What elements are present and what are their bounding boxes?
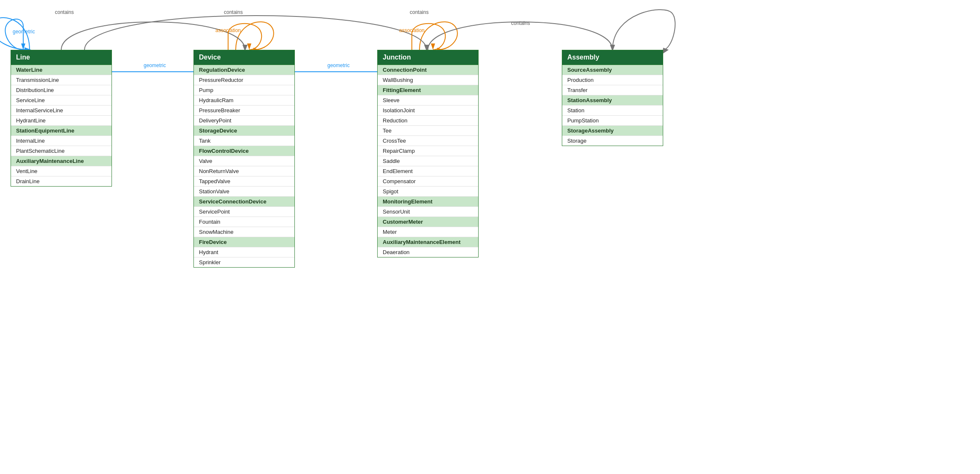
junction-row-18: Deaeration [378, 247, 478, 257]
line-row-5: HydrantLine [11, 116, 112, 126]
assembly-row-6: StorageAssembly [562, 126, 663, 136]
line-header: Line [11, 50, 112, 65]
device-row-19: Sprinkler [194, 257, 294, 267]
contains-label-3: contains [410, 9, 429, 15]
line-row-10: VentLine [11, 166, 112, 176]
junction-row-11: Compensator [378, 176, 478, 187]
assembly-row-1: Production [562, 75, 663, 85]
device-row-12: StationValve [194, 187, 294, 197]
svg-marker-10 [247, 43, 251, 50]
contains-label-1: contains [55, 9, 74, 15]
svg-marker-11 [431, 43, 435, 50]
junction-row-15: CustomerMeter [378, 217, 478, 227]
svg-marker-9 [21, 43, 25, 50]
junction-row-8: RepairClamp [378, 146, 478, 156]
junction-row-0: ConnectionPoint [378, 65, 478, 75]
svg-marker-8 [662, 48, 669, 54]
device-row-4: PressureBreaker [194, 106, 294, 116]
junction-row-14: SensorUnit [378, 207, 478, 217]
device-row-1: PressureReductor [194, 75, 294, 85]
device-row-7: Tank [194, 136, 294, 146]
device-row-0: RegulationDevice [194, 65, 294, 75]
device-row-11: TappedValve [194, 176, 294, 187]
arrows-svg [0, 0, 980, 474]
device-row-16: SnowMachine [194, 227, 294, 237]
device-class: Device RegulationDevice PressureReductor… [193, 50, 295, 268]
device-row-8: FlowControlDevice [194, 146, 294, 156]
junction-row-12: Spigot [378, 187, 478, 197]
device-row-13: ServiceConnectionDevice [194, 197, 294, 207]
assembly-row-5: PumpStation [562, 116, 663, 126]
device-row-15: Fountain [194, 217, 294, 227]
junction-row-4: IsolationJoint [378, 106, 478, 116]
geometric-label-line-device: geometric [144, 62, 166, 68]
assembly-row-2: Transfer [562, 85, 663, 95]
device-row-9: Valve [194, 156, 294, 166]
assembly-class: Assembly SourceAssembly Production Trans… [562, 50, 663, 146]
assembly-row-3: StationAssembly [562, 95, 663, 106]
junction-row-16: Meter [378, 227, 478, 237]
assembly-header: Assembly [562, 50, 663, 65]
assembly-row-7: Storage [562, 136, 663, 146]
device-header: Device [194, 50, 294, 65]
line-row-3: ServiceLine [11, 95, 112, 106]
device-row-17: FireDevice [194, 237, 294, 247]
device-row-2: Pump [194, 85, 294, 95]
device-row-10: NonReturnValve [194, 166, 294, 176]
device-row-18: Hydrant [194, 247, 294, 257]
line-row-9: AuxiliaryMaintenanceLine [11, 156, 112, 166]
junction-row-17: AuxiliaryMaintenanceElement [378, 237, 478, 247]
junction-header: Junction [378, 50, 478, 65]
contains-label-2: contains [224, 9, 243, 15]
association-label-device: association [215, 27, 241, 33]
junction-row-5: Reduction [378, 116, 478, 126]
device-row-3: HydraulicRam [194, 95, 294, 106]
diagram-container: geometric contains association contains … [0, 0, 980, 474]
junction-row-9: Saddle [378, 156, 478, 166]
device-row-6: StorageDevice [194, 126, 294, 136]
geometric-label-device-junction: geometric [327, 62, 350, 68]
assembly-row-4: Station [562, 106, 663, 116]
association-label-junction: association [399, 27, 425, 33]
line-row-6: StationEquipmentLine [11, 126, 112, 136]
line-row-2: DistributionLine [11, 85, 112, 95]
device-row-5: DeliveryPoint [194, 116, 294, 126]
line-row-11: DrainLine [11, 176, 112, 186]
junction-class: Junction ConnectionPoint WallBushing Fit… [377, 50, 479, 257]
line-row-1: TransmissionLine [11, 75, 112, 85]
junction-row-13: MonitoringElement [378, 197, 478, 207]
device-row-14: ServicePoint [194, 207, 294, 217]
line-row-8: PlantSchematicLine [11, 146, 112, 156]
junction-row-7: CrossTee [378, 136, 478, 146]
contains-label-4: contains [511, 20, 530, 26]
junction-row-10: EndElement [378, 166, 478, 176]
line-row-0: WaterLine [11, 65, 112, 75]
assembly-row-0: SourceAssembly [562, 65, 663, 75]
geometric-label-line: geometric [13, 29, 35, 35]
line-row-4: InternalServiceLine [11, 106, 112, 116]
junction-row-6: Tee [378, 126, 478, 136]
junction-row-1: WallBushing [378, 75, 478, 85]
line-class: Line WaterLine TransmissionLine Distribu… [11, 50, 112, 187]
junction-row-2: FittingElement [378, 85, 478, 95]
line-row-7: InternalLine [11, 136, 112, 146]
junction-row-3: Sleeve [378, 95, 478, 106]
